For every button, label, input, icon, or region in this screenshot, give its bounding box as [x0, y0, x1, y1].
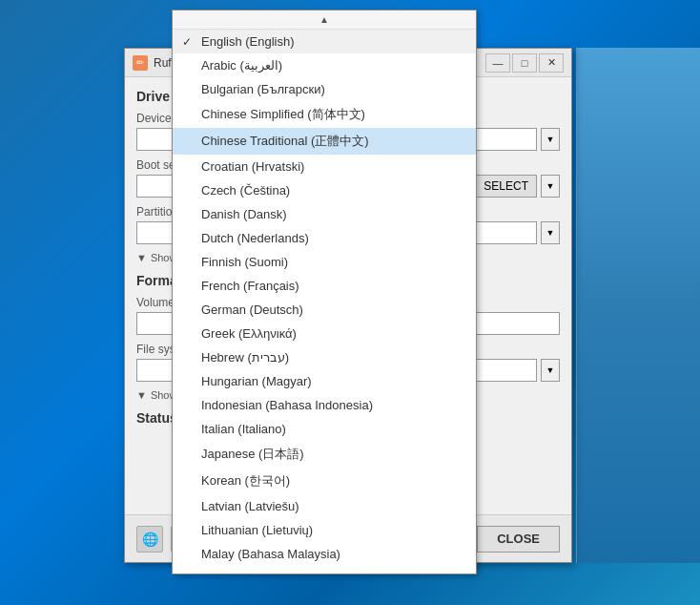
language-item-norwegian[interactable]: Norwegian (Norsk): [173, 566, 476, 574]
rufus-icon: ✏: [133, 55, 148, 71]
minimize-button[interactable]: —: [485, 53, 510, 73]
language-label: Dutch (Nederlands): [201, 231, 309, 245]
checkmark-icon: ✓: [182, 35, 192, 49]
language-label: Italian (Italiano): [201, 422, 286, 436]
device-dropdown-button[interactable]: ▼: [541, 128, 560, 151]
language-item-indonesian[interactable]: Indonesian (Bahasa Indonesia): [173, 393, 476, 417]
chevron-down-icon-2: ▼: [136, 389, 147, 401]
language-label: Greek (Ελληνικά): [201, 326, 297, 341]
language-label: Lithuanian (Lietuvių): [201, 523, 313, 537]
language-item-chinese-simplified[interactable]: Chinese Simplified (简体中文): [173, 101, 476, 128]
language-item-czech[interactable]: Czech (Čeština): [173, 178, 476, 202]
language-item-german[interactable]: German (Deutsch): [173, 298, 476, 322]
close-button[interactable]: CLOSE: [477, 526, 560, 553]
language-item-arabic[interactable]: Arabic (العربية): [173, 53, 476, 77]
language-item-malay[interactable]: Malay (Bahasa Malaysia): [173, 542, 476, 566]
language-label: Chinese Traditional (正體中文): [201, 134, 369, 148]
language-item-japanese[interactable]: Japanese (日本語): [173, 441, 476, 468]
language-label: French (Français): [201, 279, 299, 293]
language-label: Hebrew (עברית): [201, 350, 289, 365]
language-label: Czech (Čeština): [201, 183, 290, 198]
language-item-lithuanian[interactable]: Lithuanian (Lietuvių): [173, 518, 476, 542]
language-item-bulgarian[interactable]: Bulgarian (Български): [173, 77, 476, 101]
language-label: Norwegian (Norsk): [201, 571, 304, 574]
language-label: Chinese Simplified (简体中文): [201, 107, 365, 121]
partition-dropdown-button[interactable]: ▼: [541, 221, 560, 244]
maximize-button[interactable]: □: [512, 53, 537, 73]
filesystem-dropdown-button[interactable]: ▼: [541, 359, 560, 382]
language-item-finnish[interactable]: Finnish (Suomi): [173, 250, 476, 274]
language-item-korean[interactable]: Korean (한국어): [173, 468, 476, 494]
language-item-croatian[interactable]: Croatian (Hrvatski): [173, 155, 476, 178]
language-label: Finnish (Suomi): [201, 255, 288, 269]
language-item-chinese-traditional[interactable]: Chinese Traditional (正體中文): [173, 128, 476, 155]
title-buttons: — □ ✕: [485, 53, 564, 73]
language-item-hungarian[interactable]: Hungarian (Magyar): [173, 369, 476, 393]
language-dropdown: ▲ ✓English (English)Arabic (العربية)Bulg…: [172, 10, 477, 574]
language-label: Indonesian (Bahasa Indonesia): [201, 398, 373, 412]
desktop: ✏ Rufus — □ ✕ Drive Properties Device ▼ …: [0, 0, 700, 605]
language-label: Hungarian (Magyar): [201, 374, 312, 388]
language-label: Croatian (Hrvatski): [201, 159, 304, 174]
language-item-greek[interactable]: Greek (Ελληνικά): [173, 322, 476, 345]
select-button[interactable]: SELECT: [475, 175, 537, 198]
language-list: ✓English (English)Arabic (العربية)Bulgar…: [173, 30, 476, 574]
scroll-up-icon: ▲: [319, 14, 329, 25]
language-item-english[interactable]: ✓English (English): [173, 30, 476, 53]
language-label: Arabic (العربية): [201, 58, 282, 73]
language-label: Latvian (Latviešu): [201, 499, 299, 513]
side-panel: [576, 48, 700, 563]
language-item-latvian[interactable]: Latvian (Latviešu): [173, 494, 476, 518]
language-item-hebrew[interactable]: Hebrew (עברית): [173, 345, 476, 369]
language-item-italian[interactable]: Italian (Italiano): [173, 417, 476, 441]
language-label: Malay (Bahasa Malaysia): [201, 547, 340, 561]
language-item-dutch[interactable]: Dutch (Nederlands): [173, 226, 476, 250]
language-label: English (English): [201, 34, 295, 49]
select-dropdown-button[interactable]: ▼: [541, 175, 560, 198]
language-label: German (Deutsch): [201, 302, 303, 317]
scroll-up-button[interactable]: ▲: [173, 10, 476, 30]
globe-icon[interactable]: 🌐: [136, 526, 163, 553]
language-label: Danish (Dansk): [201, 207, 287, 221]
language-label: Japanese (日本語): [201, 447, 304, 461]
chevron-down-icon: ▼: [136, 252, 147, 263]
window-close-button[interactable]: ✕: [539, 53, 564, 73]
language-item-danish[interactable]: Danish (Dansk): [173, 202, 476, 226]
language-label: Korean (한국어): [201, 473, 290, 488]
language-item-french[interactable]: French (Français): [173, 274, 476, 298]
language-label: Bulgarian (Български): [201, 82, 325, 96]
